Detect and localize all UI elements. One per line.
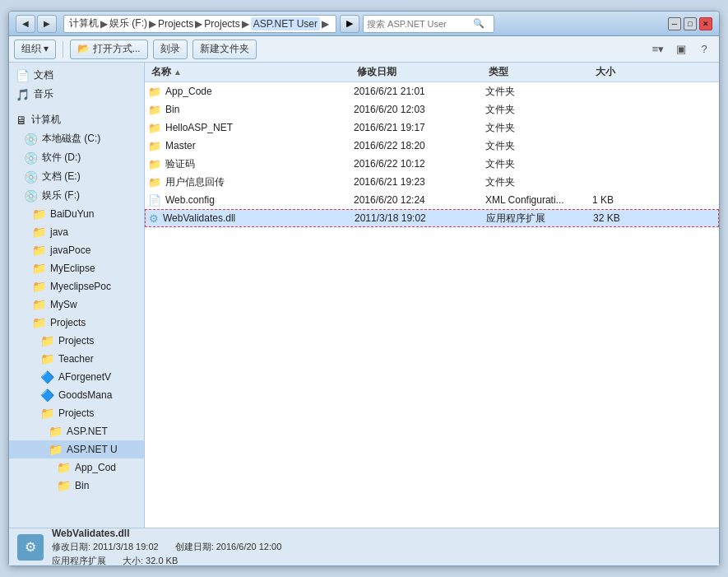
sidebar-label-aspnet: ASP.NET bbox=[67, 426, 108, 437]
toolbar-right: ≡▾ ▣ ? bbox=[648, 40, 714, 59]
sort-arrow-name: ▲ bbox=[174, 67, 182, 77]
window-controls: ─ □ ✕ bbox=[668, 17, 712, 30]
sidebar-label-computer: 计算机 bbox=[31, 113, 61, 127]
organize-button[interactable]: 组织 ▾ bbox=[14, 40, 56, 59]
search-input[interactable] bbox=[364, 17, 471, 30]
drive-d-icon: 💿 bbox=[24, 151, 38, 165]
file-date-cell: 2016/6/20 12:24 bbox=[354, 194, 485, 206]
main-window: ◀ ▶ 计算机 ▶ 娱乐 (F:) ▶ Projects ▶ Projects … bbox=[8, 11, 720, 566]
sidebar-item-projects2[interactable]: 📁 Projects bbox=[9, 332, 144, 350]
file-type-cell: 文件夹 bbox=[485, 85, 592, 99]
table-row[interactable]: 📁 Master 2016/6/22 18:20 文件夹 bbox=[145, 137, 719, 155]
sidebar-label-goodsmana: GoodsMana bbox=[58, 389, 112, 401]
sidebar-item-music[interactable]: 🎵 音乐 bbox=[9, 85, 144, 104]
statusbar-icon-glyph: ⚙ bbox=[25, 539, 36, 555]
file-date-cell: 2016/6/21 19:17 bbox=[354, 122, 485, 133]
file-name-cell: 📁 Bin bbox=[148, 104, 354, 116]
sidebar-item-documents[interactable]: 📄 文档 bbox=[9, 66, 144, 85]
table-row[interactable]: ⚙ WebValidates.dll 2011/3/18 19:02 应用程序扩… bbox=[145, 209, 719, 227]
file-size-cell: 1 KB bbox=[592, 194, 658, 206]
search-icon[interactable]: 🔍 bbox=[471, 16, 487, 32]
sidebar-item-bin[interactable]: 📁 Bin bbox=[9, 477, 144, 495]
back-button[interactable]: ◀ bbox=[16, 15, 35, 33]
sidebar-item-baiduyun[interactable]: 📁 BaiDuYun bbox=[9, 205, 144, 223]
folder-icon: 📁 bbox=[148, 86, 161, 98]
maximize-button[interactable]: □ bbox=[684, 17, 697, 30]
toolbar-sep1 bbox=[63, 41, 63, 58]
folder-appcod-icon: 📁 bbox=[57, 461, 71, 474]
sidebar-item-fdrive[interactable]: 💿 娱乐 (F:) bbox=[9, 186, 144, 205]
file-name-label: WebValidates.dll bbox=[163, 212, 235, 224]
file-size-cell: 32 KB bbox=[593, 212, 659, 224]
music-icon: 🎵 bbox=[16, 88, 30, 101]
sidebar-item-myeclipse[interactable]: 📁 MyEclipse bbox=[9, 259, 144, 277]
table-row[interactable]: 📁 用户信息回传 2016/6/21 19:23 文件夹 bbox=[145, 173, 719, 191]
sidebar-item-computer[interactable]: 🖥 计算机 bbox=[9, 110, 144, 129]
sidebar-item-aforge[interactable]: 🔷 AForgenetV bbox=[9, 368, 144, 386]
col-header-type[interactable]: 类型 bbox=[485, 63, 592, 81]
file-date-cell: 2011/3/18 19:02 bbox=[355, 212, 486, 224]
sidebar-label-aspnetu: ASP.NET U bbox=[67, 444, 118, 455]
address-go-button[interactable]: ▶ bbox=[340, 15, 359, 33]
sidebar-item-java[interactable]: 📁 java bbox=[9, 223, 144, 241]
sidebar-item-goodsmana[interactable]: 🔷 GoodsMana bbox=[9, 386, 144, 404]
statusbar-meta2: 应用程序扩展 大小: 32.0 KB bbox=[52, 555, 281, 567]
file-name-cell: 📁 验证码 bbox=[148, 157, 354, 171]
sidebar-item-edrive[interactable]: 💿 文档 (E:) bbox=[9, 167, 144, 186]
sidebar-item-projects3[interactable]: 📁 Projects bbox=[9, 404, 144, 422]
file-type-cell: 文件夹 bbox=[485, 121, 592, 135]
addressbar: 计算机 ▶ 娱乐 (F:) ▶ Projects ▶ Projects ▶ AS… bbox=[63, 15, 494, 33]
table-row[interactable]: 📁 Bin 2016/6/20 12:03 文件夹 bbox=[145, 100, 719, 119]
sidebar-item-ddrive[interactable]: 💿 软件 (D:) bbox=[9, 148, 144, 167]
view-list-icon[interactable]: ≡▾ bbox=[648, 40, 668, 59]
sidebar-item-mysw[interactable]: 📁 MySw bbox=[9, 295, 144, 314]
sidebar-item-aspnetu[interactable]: 📁 ASP.NET U bbox=[9, 440, 144, 458]
open-label: 📂 打开方式... bbox=[77, 42, 140, 56]
forward-button[interactable]: ▶ bbox=[37, 15, 57, 33]
open-button[interactable]: 📂 打开方式... bbox=[70, 40, 147, 59]
share-button[interactable]: 刻录 bbox=[153, 40, 188, 59]
file-list: 📁 App_Code 2016/6/21 21:01 文件夹 📁 Bin 201… bbox=[145, 82, 719, 528]
folder-icon: 📁 bbox=[148, 140, 161, 152]
folder-mysw-icon: 📁 bbox=[32, 298, 46, 311]
address-path[interactable]: 计算机 ▶ 娱乐 (F:) ▶ Projects ▶ Projects ▶ AS… bbox=[63, 15, 336, 33]
sidebar-item-projects-f[interactable]: 📁 Projects bbox=[9, 314, 144, 332]
sidebar-label-aforge: AForgenetV bbox=[58, 371, 111, 383]
table-row[interactable]: 📁 验证码 2016/6/22 10:12 文件夹 bbox=[145, 155, 719, 173]
view-panel-icon[interactable]: ▣ bbox=[671, 40, 691, 59]
file-date-cell: 2016/6/22 18:20 bbox=[354, 140, 485, 151]
sidebar-item-javapoce[interactable]: 📁 javaPoce bbox=[9, 241, 144, 259]
file-date-cell: 2016/6/22 10:12 bbox=[354, 158, 485, 170]
file-name-label: Master bbox=[165, 140, 196, 151]
col-header-date[interactable]: 修改日期 bbox=[354, 63, 485, 81]
file-list-header: 名称 ▲ 修改日期 类型 大小 bbox=[145, 63, 719, 82]
statusbar-modified: 修改日期: 2011/3/18 19:02 bbox=[52, 541, 159, 553]
help-icon[interactable]: ? bbox=[694, 40, 714, 59]
sidebar-section-computer: 🖥 计算机 💿 本地磁盘 (C:) 💿 软件 (D:) 💿 文档 (E:) 💿 bbox=[9, 107, 144, 498]
toolbar: 组织 ▾ 📂 打开方式... 刻录 新建文件夹 ≡▾ ▣ ? bbox=[9, 36, 719, 63]
col-type-label: 类型 bbox=[489, 65, 508, 79]
table-row[interactable]: 📁 App_Code 2016/6/21 21:01 文件夹 bbox=[145, 82, 719, 100]
col-header-size[interactable]: 大小 bbox=[592, 63, 658, 81]
statusbar-created: 创建日期: 2016/6/20 12:00 bbox=[175, 541, 282, 553]
config-icon: 📄 bbox=[148, 194, 161, 207]
statusbar-file-icon: ⚙ bbox=[17, 534, 44, 561]
sidebar-item-cdrive[interactable]: 💿 本地磁盘 (C:) bbox=[9, 129, 144, 148]
table-row[interactable]: 📄 Web.config 2016/6/20 12:24 XML Configu… bbox=[145, 191, 719, 209]
sidebar-item-aspnet[interactable]: 📁 ASP.NET bbox=[9, 422, 144, 440]
file-name-cell: 📁 用户信息回传 bbox=[148, 175, 354, 189]
statusbar-size: 大小: 32.0 KB bbox=[123, 555, 178, 567]
col-header-name[interactable]: 名称 ▲ bbox=[148, 63, 354, 81]
new-folder-button[interactable]: 新建文件夹 bbox=[192, 40, 257, 59]
sidebar-item-teacher[interactable]: 📁 Teacher bbox=[9, 350, 144, 368]
sidebar-item-appcod[interactable]: 📁 App_Cod bbox=[9, 458, 144, 477]
file-name-cell: ⚙ WebValidates.dll bbox=[149, 212, 355, 225]
folder-icon: 📁 bbox=[148, 104, 161, 116]
file-type-cell: 文件夹 bbox=[485, 175, 592, 189]
special-aforge-icon: 🔷 bbox=[40, 370, 54, 384]
table-row[interactable]: 📁 HelloASP_NET 2016/6/21 19:17 文件夹 bbox=[145, 119, 719, 137]
sidebar-label-myeclipse: MyEclipse bbox=[50, 263, 95, 274]
sidebar-item-myeclipsepoc[interactable]: 📁 MyeclipsePoc bbox=[9, 277, 144, 295]
close-button[interactable]: ✕ bbox=[699, 17, 712, 30]
minimize-button[interactable]: ─ bbox=[668, 17, 681, 30]
